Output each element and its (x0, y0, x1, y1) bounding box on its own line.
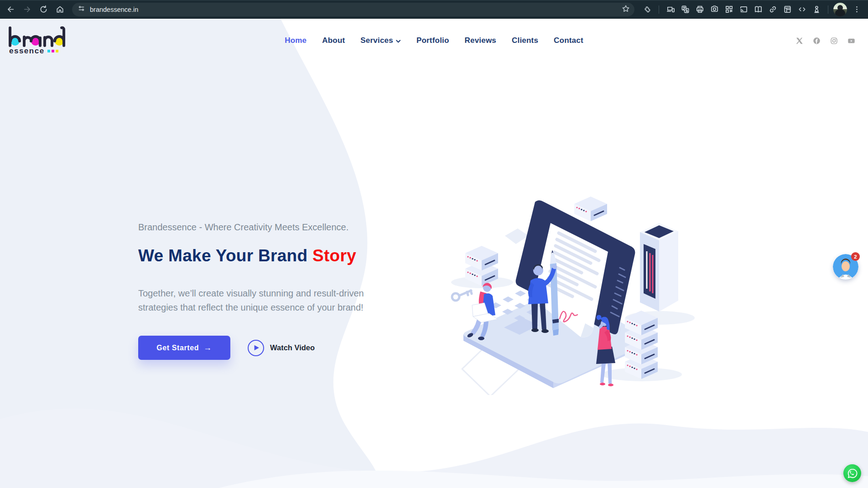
bookmark-star-icon[interactable] (622, 5, 630, 15)
archive-icon[interactable] (781, 3, 794, 16)
cast-icon[interactable] (737, 3, 750, 16)
hero-title: We Make Your Brand Story (138, 246, 430, 265)
youtube-icon[interactable] (847, 37, 855, 45)
play-icon (248, 340, 264, 356)
devices-icon[interactable] (664, 3, 677, 16)
browser-toolbar: brandessence.in (0, 0, 868, 19)
url-text[interactable]: brandessence.in (90, 6, 617, 13)
nav-item-home[interactable]: Home (285, 36, 307, 45)
x-icon[interactable] (795, 37, 803, 45)
nav-item-about[interactable]: About (322, 36, 345, 45)
main-navigation: Home About Services Portfolio Reviews Cl… (285, 36, 583, 45)
logo-brand-icon: essence (5, 26, 68, 55)
whatsapp-button[interactable] (843, 464, 861, 482)
translate-icon[interactable] (679, 3, 691, 16)
svg-text:essence: essence (9, 47, 45, 55)
pinned-extensions (664, 3, 823, 16)
pawn-icon[interactable] (810, 3, 823, 16)
print-icon[interactable] (693, 3, 706, 16)
instagram-icon[interactable] (830, 37, 838, 45)
qr-code-icon[interactable] (722, 3, 735, 16)
link-icon[interactable] (766, 3, 779, 16)
back-icon[interactable] (4, 3, 17, 16)
hero-title-accent: Story (312, 246, 356, 265)
url-bar[interactable]: brandessence.in (72, 3, 634, 16)
whatsapp-icon (847, 468, 858, 479)
arrow-right-icon: → (203, 343, 212, 353)
toolbar-separator (828, 5, 828, 14)
background-swoosh (0, 19, 868, 488)
nav-item-clients[interactable]: Clients (512, 36, 538, 45)
get-started-button[interactable]: Get Started → (138, 336, 230, 360)
hero-section: Brandessence - Where Creativity Meets Ex… (138, 222, 430, 360)
code-icon[interactable] (795, 3, 808, 16)
social-links (795, 37, 855, 45)
hero-description: Together, we’ll create visually stunning… (138, 286, 396, 315)
hero-kicker: Brandessence - Where Creativity Meets Ex… (138, 222, 430, 233)
nav-item-services[interactable]: Services (360, 36, 401, 45)
nav-item-portfolio[interactable]: Portfolio (416, 36, 449, 45)
webpage: essence Home About Services Portfolio Re… (0, 19, 868, 488)
nav-item-reviews[interactable]: Reviews (465, 36, 496, 45)
site-header: essence Home About Services Portfolio Re… (0, 19, 868, 62)
cta-row: Get Started → Watch Video (138, 336, 430, 360)
reading-list-icon[interactable] (752, 3, 764, 16)
facebook-icon[interactable] (813, 37, 821, 45)
reload-icon[interactable] (36, 3, 50, 16)
chat-unread-badge: 2 (851, 252, 860, 261)
menu-kebab-icon[interactable] (850, 3, 863, 16)
chat-widget[interactable]: 2 (833, 254, 858, 280)
site-settings-icon[interactable] (78, 5, 85, 14)
profile-avatar[interactable] (833, 3, 847, 16)
extensions-icon[interactable] (640, 3, 654, 16)
site-logo[interactable]: essence (5, 26, 68, 55)
toolbar-separator (659, 5, 659, 14)
hero-illustration (445, 183, 700, 395)
forward-icon[interactable] (20, 3, 34, 16)
home-icon[interactable] (53, 3, 67, 16)
watch-video-button[interactable]: Watch Video (248, 340, 315, 356)
chevron-down-icon (396, 39, 401, 44)
screenshot-icon[interactable] (708, 3, 721, 16)
nav-item-contact[interactable]: Contact (554, 36, 583, 45)
